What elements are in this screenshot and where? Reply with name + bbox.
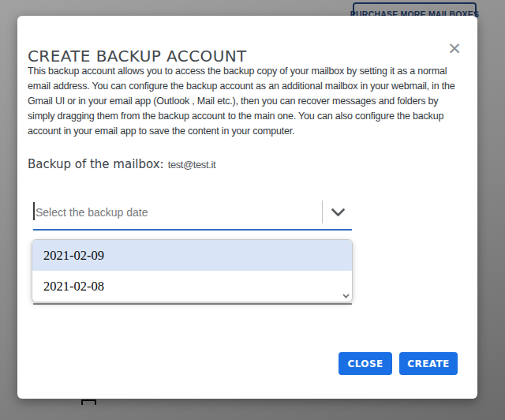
mailbox-line: Backup of the mailbox:test@test.it — [28, 156, 215, 171]
chevron-down-icon[interactable] — [331, 208, 345, 217]
screen: PURCHASE MORE MAILBOXES CREATE BACKUP AC… — [0, 0, 505, 420]
close-button[interactable]: CLOSE — [339, 352, 392, 375]
dropdown-option[interactable]: 2021-02-08 — [32, 271, 352, 302]
dropdown-option[interactable]: 2021-02-09 — [32, 240, 352, 271]
backup-date-placeholder: Select the backup date — [36, 206, 148, 219]
mailbox-value: test@test.it — [168, 159, 215, 171]
hidden-field-underline — [33, 303, 352, 305]
text-caret — [33, 202, 35, 220]
create-button[interactable]: CREATE — [399, 352, 458, 375]
select-divider — [322, 201, 323, 223]
hidden-chevron-tip-icon — [342, 294, 350, 298]
mailbox-label: Backup of the mailbox: — [28, 157, 164, 171]
dialog-title: CREATE BACKUP ACCOUNT — [28, 47, 247, 66]
dialog-description: This backup account allows you to access… — [28, 64, 463, 139]
close-icon[interactable]: ✕ — [443, 38, 466, 60]
backup-date-dropdown: 2021-02-09 2021-02-08 — [32, 239, 353, 302]
create-backup-account-dialog: CREATE BACKUP ACCOUNT ✕ This backup acco… — [17, 16, 477, 399]
backup-date-select[interactable]: Select the backup date — [33, 198, 352, 231]
